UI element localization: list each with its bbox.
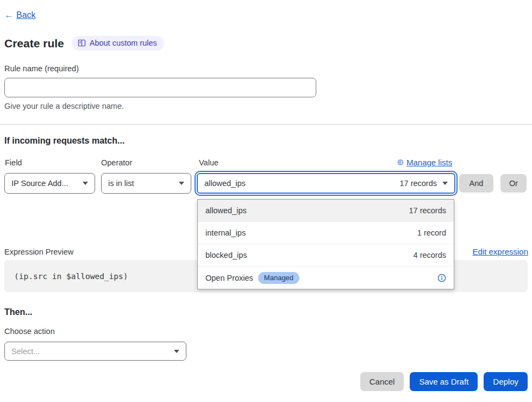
rule-name-input[interactable]	[4, 78, 316, 97]
back-link[interactable]: ←Back	[4, 10, 36, 21]
list-item-allowed-ips[interactable]: allowed_ips 17 records	[198, 200, 454, 222]
operator-select[interactable]: is in list	[101, 173, 191, 194]
save-as-draft-button[interactable]: Save as Draft	[410, 372, 478, 391]
action-select[interactable]: Select...	[4, 342, 186, 361]
or-button[interactable]: Or	[500, 174, 527, 193]
chevron-down-icon	[442, 182, 448, 185]
info-icon[interactable]	[437, 274, 446, 282]
expression-preview-label: Expression Preview	[4, 248, 73, 256]
manage-lists-link[interactable]: Manage lists	[397, 158, 452, 167]
operator-select-value: is in list	[108, 179, 173, 188]
page-header: Create rule About custom rules	[4, 36, 164, 51]
footer-actions: Cancel Save as Draft Deploy	[360, 372, 528, 391]
page-title: Create rule	[4, 37, 64, 50]
section-divider	[0, 124, 532, 125]
about-badge-label: About custom rules	[90, 39, 157, 47]
chevron-down-icon	[174, 350, 179, 353]
back-arrow-icon: ←	[4, 10, 14, 21]
book-icon	[78, 39, 86, 47]
choose-action-label: Choose action	[4, 327, 55, 336]
field-select[interactable]: IP Source Add...	[4, 173, 95, 194]
rule-name-label: Rule name (required)	[4, 64, 79, 73]
list-item-internal-ips[interactable]: internal_ips 1 record	[198, 222, 454, 244]
chevron-down-icon	[179, 182, 184, 185]
value-select-value: allowed_ips	[204, 179, 399, 188]
value-label: Value	[199, 158, 218, 167]
rule-name-helper: Give your rule a descriptive name.	[4, 102, 124, 110]
operator-label: Operator	[101, 158, 132, 167]
list-item-blocked-ips[interactable]: blocked_ips 4 records	[198, 244, 454, 267]
expression-code: (ip.src in $allowed_ips)	[14, 272, 128, 281]
cancel-button[interactable]: Cancel	[360, 372, 404, 391]
about-custom-rules-link[interactable]: About custom rules	[72, 36, 164, 51]
match-heading: If incoming requests match...	[4, 136, 124, 146]
value-select-records: 17 records	[399, 179, 437, 188]
managed-badge: Managed	[258, 272, 299, 284]
field-select-value: IP Source Add...	[11, 179, 77, 188]
deploy-button[interactable]: Deploy	[484, 372, 528, 391]
chevron-down-icon	[83, 182, 88, 185]
list-dropdown: allowed_ips 17 records internal_ips 1 re…	[197, 199, 454, 289]
edit-expression-link[interactable]: Edit expression	[472, 247, 528, 256]
gear-icon	[397, 159, 404, 166]
action-select-placeholder: Select...	[11, 347, 168, 356]
value-select[interactable]: allowed_ips 17 records	[197, 173, 455, 194]
field-label: Field	[5, 158, 22, 167]
list-item-open-proxies[interactable]: Open Proxies Managed	[198, 267, 454, 289]
then-heading: Then...	[4, 307, 33, 317]
and-button[interactable]: And	[459, 174, 493, 193]
